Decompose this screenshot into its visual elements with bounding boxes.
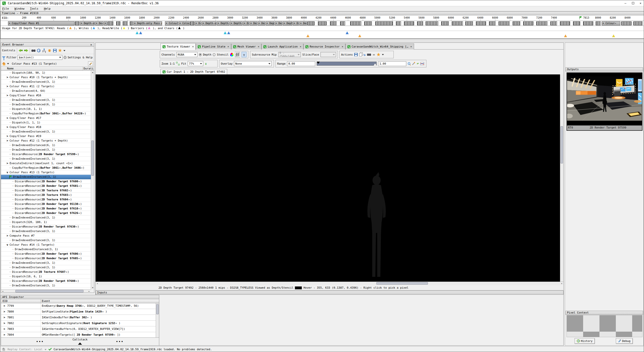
timeline-draw-stripes[interactable] (417, 21, 423, 25)
vscroll-thumb[interactable] (560, 126, 563, 163)
resource-name[interactable]: 2D Render Target 95130 (42, 202, 78, 206)
prev-event-icon[interactable] (19, 49, 23, 52)
resource-name[interactable]: Buffer 3861 (41, 111, 59, 116)
usage-marker-icon[interactable] (564, 34, 567, 37)
resource-name[interactable]: Buffer 94228 (62, 111, 82, 116)
resource-link-icon[interactable]: ∞ (78, 206, 80, 211)
event-list[interactable]: Dispatch(160, 90, 1)>Colour Pass #10 (1 … (1, 71, 91, 289)
timeline-passes[interactable]: + Copy/Clear Pass #1+ Depth-on⋯+ De⋯++ D… (1, 21, 644, 26)
goto-icon[interactable] (367, 53, 371, 57)
timeline-draw-stripes[interactable] (318, 21, 327, 25)
zoom-dropdown[interactable]: 77% (188, 61, 203, 66)
timeline-draw-stripes[interactable] (536, 21, 547, 25)
event-row[interactable]: >Colour Pass #12 (1 Targets + Depth) (1, 139, 91, 143)
event-row[interactable]: DrawIndexedInstanced(3, 1) (1, 283, 91, 288)
api-eid-cell[interactable]: >7802 (1, 321, 41, 326)
fit-icon[interactable] (176, 62, 180, 65)
api-row[interactable]: >7799EndQuery(Query Heap 3766∞, D3D12_QU… (1, 303, 156, 309)
api-eid-cell[interactable]: >7803 (1, 326, 41, 332)
resource-link-icon[interactable]: ∞ (78, 252, 80, 256)
range-min-input[interactable]: 0.00 (287, 61, 315, 66)
event-row[interactable]: DiscardResource(2D Render Target 97606∞ … (1, 252, 91, 256)
favorite-icon[interactable] (377, 53, 380, 57)
timeline-draw-stripes[interactable] (364, 21, 372, 25)
copy-icon[interactable] (359, 53, 362, 56)
event-row[interactable]: DrawIndexedInstanced(3, 1) (1, 238, 91, 243)
timeline-draw-stripes[interactable] (108, 21, 113, 25)
range-black-point-handle[interactable] (317, 62, 320, 64)
collapsed-chevron-icon[interactable]: > (7, 75, 10, 79)
canvas-vscrollbar[interactable] (560, 74, 564, 282)
color-wheel-icon[interactable] (230, 53, 234, 57)
history-button[interactable]: History (575, 338, 595, 344)
timeline-draw-stripes[interactable] (350, 21, 361, 25)
timeline-draw-stripes[interactable] (190, 21, 194, 25)
canvas-hscrollbar[interactable]: ◄ ► (96, 282, 564, 285)
timeline-pass-segment[interactable]: + De⋯ (250, 21, 257, 25)
resource-link-icon[interactable]: ∞ (113, 333, 115, 336)
timeline-draw-stripes[interactable] (340, 21, 345, 25)
timeline-draw-stripes[interactable] (573, 21, 580, 25)
resource-name[interactable]: Buffer 3861 (41, 166, 59, 170)
scroll-left-icon[interactable]: ◄ (1, 290, 4, 293)
event-row[interactable]: DiscardResource(2D Render Target 97600∞ … (1, 179, 91, 184)
timeline-draw-stripes[interactable] (465, 21, 473, 25)
replay-context-label[interactable]: Replay Context: Local (8, 348, 43, 351)
event-row[interactable]: DiscardResource(2D Render Target 97610∞ … (1, 206, 91, 211)
current-eid-flag[interactable]: 7813 (579, 16, 589, 19)
resource-name[interactable]: Pipeline State 1429 (70, 310, 102, 313)
vscroll-thumb[interactable] (91, 141, 94, 175)
event-row[interactable]: DrawIndexedInstanced(3, 1) (1, 175, 91, 179)
column-eid[interactable]: EID (1, 299, 41, 303)
usage-marker-icon[interactable] (136, 31, 139, 34)
event-row[interactable]: Dispatch(320, 180, 1) (1, 220, 91, 225)
replay-context-icon[interactable] (2, 348, 6, 351)
resource-name[interactable]: 2D Render Target 97630 (39, 225, 75, 229)
event-row[interactable]: DiscardResource(2D Render Target 97599∞ … (1, 152, 91, 157)
collapsed-chevron-icon[interactable]: > (7, 161, 10, 165)
tab-resource-inspector[interactable]: Resource Inspector× (303, 43, 345, 50)
minimize-button[interactable]: — (622, 0, 629, 6)
api-list-vscrollbar[interactable] (156, 303, 159, 337)
zoom-range-icon[interactable] (408, 62, 410, 65)
tab-pipeline-state[interactable]: Pipeline State× (196, 43, 231, 50)
close-icon[interactable]: × (90, 43, 93, 46)
resource-name[interactable]: 2D Render Target 97610 (42, 206, 78, 211)
time-events-icon[interactable] (37, 49, 41, 52)
api-event-cell[interactable]: EndQuery(Query Heap 3766∞, D3D12_QUERY_T… (41, 303, 139, 309)
tab-caravansandwitch-win64-shipping-[interactable]: CaravanSandWitch_Win64_Shipping […× (345, 43, 414, 50)
next-event-icon[interactable] (24, 49, 28, 52)
stencil-radio[interactable] (213, 53, 215, 56)
timeline-draw-stripes[interactable] (489, 21, 496, 25)
timeline-draw-stripes[interactable] (596, 21, 601, 25)
resource-link-icon[interactable]: ∞ (68, 197, 70, 202)
close-icon[interactable]: × (258, 45, 260, 48)
hscroll-thumb[interactable] (376, 282, 428, 285)
timeline-draw-stripes[interactable] (560, 21, 570, 25)
zoom-1to1-button[interactable]: 1:1 (170, 62, 175, 65)
range-white-point-handle[interactable] (374, 63, 377, 66)
expanded-chevron-icon[interactable]: v (7, 243, 10, 247)
scroll-right-icon[interactable]: ► (88, 290, 91, 293)
close-icon[interactable]: × (342, 45, 343, 48)
timeline-pass-segment[interactable]: + D⋯ (243, 21, 249, 25)
event-row[interactable]: DrawIndexedInstanced(3, 1) (1, 265, 91, 270)
event-row[interactable]: >Colour Pass #10 (1 Targets + Depth) (1, 75, 91, 80)
api-eid-cell[interactable]: >7804 (1, 332, 41, 338)
menu-window[interactable]: Window (15, 7, 25, 10)
hscroll-thumb[interactable] (15, 290, 84, 292)
api-row[interactable]: >7801IASetIndexBuffer(Buffer 302∞ ) (1, 315, 156, 321)
timeline-draw-stripes[interactable] (633, 21, 642, 25)
splitter-dots[interactable]: ••• (116, 340, 124, 343)
usage-marker-icon[interactable] (358, 34, 361, 37)
event-row[interactable]: DiscardResource(3D Texture 97602∞ ) (1, 188, 91, 193)
close-icon[interactable]: × (227, 45, 229, 48)
range-slider[interactable] (317, 62, 377, 66)
usage-marker-icon[interactable] (139, 31, 142, 34)
resource-link-icon[interactable]: ∞ (75, 152, 77, 156)
event-row[interactable]: DrawIndexedInstanced(3, 1) (1, 129, 91, 134)
statistics-icon[interactable] (42, 49, 46, 53)
tab-mesh-viewer[interactable]: Mesh Viewer× (231, 43, 261, 50)
timeline-pass-segment[interactable]: + De⋯ (95, 21, 103, 25)
event-list-vscrollbar[interactable]: ▲ ▼ (91, 71, 94, 289)
